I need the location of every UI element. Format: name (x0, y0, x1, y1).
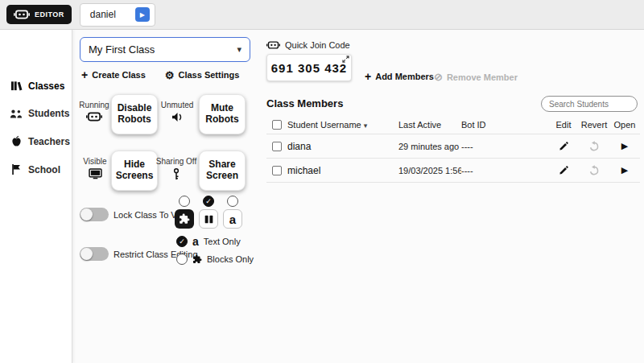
class-settings-label: Class Settings (179, 70, 240, 80)
sidebar-item-school[interactable]: School (0, 155, 72, 184)
blocks-only-radio[interactable] (176, 254, 188, 265)
search-students-input[interactable] (541, 96, 638, 112)
restrict-editing-toggle[interactable] (80, 247, 109, 261)
editing-mode-options: ✓ a Text Only Blocks Only (176, 236, 254, 265)
text-mode-radio[interactable] (227, 196, 238, 207)
remove-member-button[interactable]: ⊘ Remove Member (434, 71, 518, 83)
sidebar-item-label: Classes (28, 80, 64, 92)
class-select-dropdown[interactable]: My First Class ▾ (80, 37, 250, 62)
disable-robots-label: Disable Robots (114, 103, 155, 126)
check-icon: ✓ (205, 198, 212, 205)
sidebar-item-classes[interactable]: Classes (0, 72, 72, 100)
select-all-checkbox[interactable] (272, 120, 282, 130)
flag-icon (10, 163, 23, 175)
mute-robots-button[interactable]: Mute Robots (199, 94, 246, 134)
text-icon: a (192, 236, 199, 247)
sharing-status: Sharing Off (155, 157, 197, 180)
text-mode-icon: a (223, 209, 242, 229)
quick-join-label: Quick Join Code (285, 40, 350, 50)
play-icon: ▶ (140, 11, 145, 19)
mode-option-blocks[interactable] (175, 196, 194, 229)
last-active: 29 minutes ago (398, 142, 461, 151)
project-tab-label: daniel (90, 9, 116, 20)
editor-button[interactable]: EDITOR (6, 5, 72, 24)
add-members-label: Add Members (375, 72, 434, 81)
run-button[interactable]: ▶ (135, 7, 150, 22)
blocks-mode-radio[interactable] (179, 196, 190, 207)
sidebar-item-label: Teachers (28, 136, 70, 147)
speaker-icon (171, 112, 184, 122)
lock-class-toggle[interactable] (80, 208, 109, 221)
column-last-active: Last Active (398, 120, 461, 130)
quick-join-code-box[interactable]: 691 305 432 (266, 54, 352, 81)
screens-status-label: Visible (83, 157, 106, 166)
classes-icon (10, 80, 23, 92)
mode-option-text[interactable]: a (223, 196, 242, 229)
sidebar-item-label: Students (28, 108, 69, 119)
plus-icon: + (81, 69, 88, 80)
text-only-option[interactable]: ✓ a Text Only (176, 236, 254, 247)
check-icon: ✓ (179, 238, 185, 245)
mode-option-hybrid[interactable]: ✓ (199, 196, 218, 229)
column-student-username[interactable]: Student Username▾ (287, 120, 398, 130)
hide-screens-button[interactable]: Hide Screens (111, 151, 158, 191)
revert-button[interactable] (587, 163, 601, 178)
create-class-label: Create Class (92, 70, 146, 80)
edit-button[interactable] (557, 139, 571, 153)
create-class-button[interactable]: + Create Class (81, 69, 146, 80)
disable-robots-button[interactable]: Disable Robots (111, 94, 158, 134)
pencil-icon (559, 165, 569, 175)
open-button[interactable]: ▶ (620, 164, 630, 176)
topbar: EDITOR daniel ▶ (0, 0, 644, 30)
toggle-knob (80, 248, 93, 260)
students-icon (10, 109, 23, 119)
share-screen-button[interactable]: Share Screen (199, 151, 246, 191)
gear-icon: ⚙ (165, 70, 175, 80)
column-label: Student Username (287, 120, 361, 130)
blocks-mode-icon (175, 209, 194, 229)
robots-status-label: Running (79, 101, 109, 109)
revert-button[interactable] (587, 139, 601, 154)
robot-icon (14, 10, 30, 19)
column-bot-id: Bot ID (461, 120, 548, 130)
open-button[interactable]: ▶ (620, 140, 630, 152)
sidebar-item-teachers[interactable]: Teachers (0, 127, 72, 155)
robot-icon (266, 41, 280, 49)
plus-icon: + (365, 71, 371, 82)
play-icon: ▶ (621, 142, 628, 151)
expand-icon[interactable] (342, 56, 349, 63)
robot-icon (86, 112, 102, 122)
table-row: diana 29 minutes ago ---- (266, 134, 640, 159)
row-checkbox[interactable] (272, 142, 282, 151)
mute-robots-label: Mute Robots (201, 103, 243, 126)
sidebar: Classes Students Teachers School (0, 30, 72, 363)
prohibited-icon: ⊘ (434, 71, 443, 83)
share-screen-label: Share Screen (201, 159, 243, 182)
toggle-knob (80, 208, 93, 221)
row-checkbox[interactable] (272, 166, 282, 175)
text-only-radio[interactable]: ✓ (176, 236, 188, 247)
blocks-only-label: Blocks Only (207, 254, 254, 264)
screens-status: Visible (80, 157, 110, 179)
text-only-label: Text Only (204, 237, 241, 246)
sort-caret-icon: ▾ (364, 122, 368, 130)
blocks-only-option[interactable]: Blocks Only (176, 254, 254, 265)
column-open: Open (609, 120, 640, 130)
column-edit: Edit (548, 120, 579, 130)
edit-button[interactable] (557, 163, 571, 177)
quick-join-code: 691 305 432 (271, 61, 347, 75)
class-settings-button[interactable]: ⚙ Class Settings (165, 69, 239, 80)
play-icon: ▶ (621, 166, 628, 175)
sidebar-item-label: School (28, 164, 60, 175)
bot-id: ---- (461, 142, 548, 151)
remove-member-label: Remove Member (447, 72, 518, 82)
main-content: My First Class ▾ + Create Class ⚙ Class … (73, 30, 644, 363)
hybrid-mode-radio[interactable]: ✓ (203, 196, 214, 207)
add-members-button[interactable]: + Add Members (365, 71, 434, 82)
pencil-icon (559, 141, 569, 151)
project-tab[interactable]: daniel ▶ (80, 3, 155, 27)
last-active: 19/03/2025 1:56 PM (398, 166, 461, 175)
hide-screens-label: Hide Screens (114, 159, 155, 182)
sidebar-item-students[interactable]: Students (0, 100, 72, 127)
robots-status: Running (77, 101, 111, 122)
